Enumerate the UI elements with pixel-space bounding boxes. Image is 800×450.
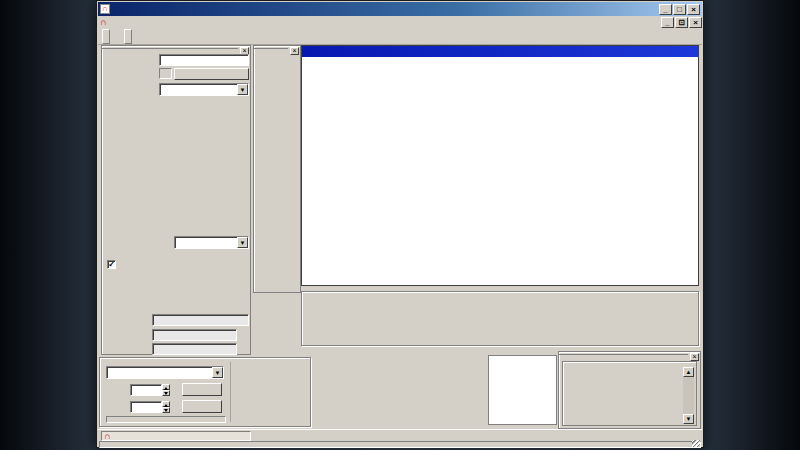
- panel-grip[interactable]: [254, 46, 288, 49]
- name-input[interactable]: [159, 54, 249, 66]
- toolbar-file-group: [102, 29, 110, 44]
- chevron-down-icon[interactable]: ▼: [237, 237, 248, 248]
- component-editor-panel: × ▼ ▼ ✓: [101, 45, 251, 355]
- display-settings-panel: ×: [253, 45, 301, 293]
- fit-controls-panel: ▼: [99, 357, 311, 427]
- area-field[interactable]: [152, 343, 237, 355]
- toolbar: [98, 28, 702, 45]
- fitting-task-button[interactable]: ∩: [101, 431, 251, 441]
- minimize-button[interactable]: _: [659, 4, 672, 15]
- child-restore-button[interactable]: ⊡: [675, 17, 688, 28]
- mdi-child-icon[interactable]: ∩: [100, 17, 107, 27]
- child-close-button[interactable]: ×: [689, 17, 702, 28]
- fit-progress-bar: [106, 416, 226, 423]
- spectrum-window: [301, 45, 699, 286]
- toolbar-fit-group: [124, 29, 132, 44]
- visible-checkbox[interactable]: ✓: [107, 260, 116, 269]
- component-color-swatch[interactable]: [159, 68, 172, 79]
- app-icon: ∩: [100, 4, 110, 14]
- fitting-icon: ∩: [104, 431, 111, 441]
- display-close-icon[interactable]: ×: [290, 47, 299, 55]
- task-strip: ∩: [98, 429, 702, 440]
- chevron-down-icon[interactable]: ▼: [212, 367, 223, 378]
- area-constraints-select[interactable]: ▼: [174, 236, 249, 249]
- app-window: ∩ _ □ × ∩ _ ⊡ × ×: [96, 0, 704, 448]
- spectrum-plot[interactable]: [302, 57, 698, 285]
- spektrum-table: [566, 367, 683, 424]
- menu-bar: ∩ _ ⊡ ×: [98, 16, 702, 28]
- scroll-down-icon[interactable]: ▼: [683, 414, 694, 424]
- components-panel: [301, 291, 699, 346]
- lineshape-select[interactable]: ▼: [159, 83, 249, 96]
- panel-grip[interactable]: [102, 46, 238, 49]
- title-bar: ∩ _ □ ×: [98, 2, 702, 16]
- inner-stepper[interactable]: [130, 384, 170, 396]
- area-ratio-field[interactable]: [152, 329, 237, 341]
- fit-method-select[interactable]: ▼: [106, 366, 224, 379]
- close-button[interactable]: ×: [687, 4, 700, 15]
- component-color-button[interactable]: [174, 68, 249, 80]
- panel-grip[interactable]: [559, 352, 688, 355]
- spectrum-window-titlebar[interactable]: [302, 46, 698, 57]
- maximize-button[interactable]: □: [673, 4, 686, 15]
- resize-grip[interactable]: [692, 440, 700, 447]
- outer-stepper[interactable]: [130, 401, 170, 413]
- scroll-up-icon[interactable]: ▲: [683, 367, 694, 377]
- empty-panel: [488, 355, 557, 425]
- status-bar: [99, 441, 701, 448]
- start-button[interactable]: [182, 383, 222, 396]
- spektrum-scrollbar[interactable]: ▲ ▼: [683, 367, 694, 424]
- stop-button[interactable]: [182, 400, 222, 413]
- divider: [230, 362, 231, 422]
- spektrum-close-icon[interactable]: ×: [690, 353, 699, 361]
- chevron-down-icon[interactable]: ▼: [237, 84, 248, 95]
- spektrum-data-panel: × ▲ ▼: [558, 351, 701, 429]
- rel-areas-field[interactable]: [152, 314, 249, 326]
- child-minimize-button[interactable]: _: [661, 17, 674, 28]
